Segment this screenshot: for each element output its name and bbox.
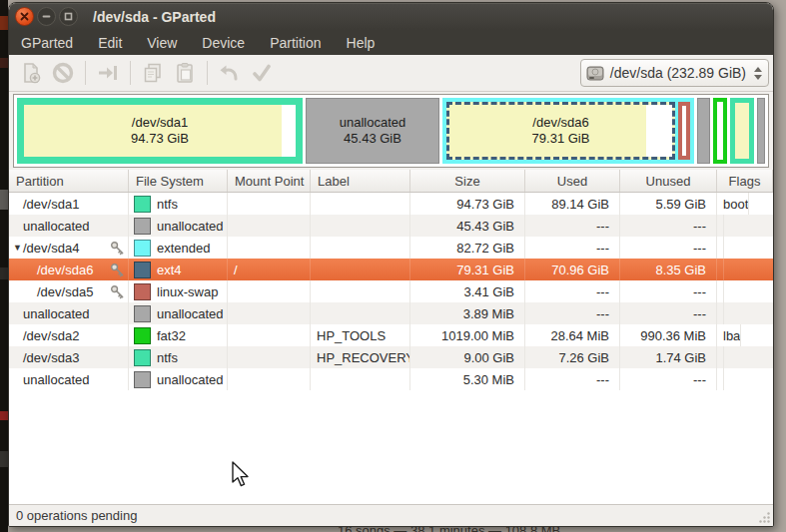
table-row-unallocated-5[interactable]: unallocatedunallocated3.89 MiB------ [9,302,773,324]
menu-view[interactable]: View [137,32,187,54]
disk-segment-unallocated-1[interactable]: unallocated 45.43 GiB [306,98,439,164]
cell-size: 3.89 MiB [410,302,525,324]
cell-filesystem: unallocated [129,302,228,324]
cell-label [311,259,410,280]
delete-icon [51,61,75,85]
cell-label [311,215,410,237]
disk-segment-unallocated-2[interactable] [697,98,710,164]
filesystem-color-swatch [134,349,151,366]
cell-label: HP_TOOLS [311,324,410,346]
disk-segment-sda1[interactable]: /dev/sda1 94.73 GiB [17,98,303,164]
cell-partition: unallocated [9,215,129,237]
filesystem-color-swatch [134,196,151,213]
cell-partition: ▼/dev/sda4 [9,237,129,259]
disk-segment-sda5[interactable] [678,102,690,160]
filesystem-color-swatch [134,240,151,257]
disk-segment-sda6-selected[interactable]: /dev/sda6 79.31 GiB [446,102,675,160]
partition-name: /dev/sda4 [23,241,79,256]
column-header-unused[interactable]: Unused [620,170,717,192]
toolbar-separator [207,61,208,85]
column-header-file-system[interactable]: File System [129,170,228,192]
close-button[interactable] [15,7,34,26]
cell-filesystem: ext4 [129,259,228,280]
cell-mount-point [228,346,311,368]
toolbar: /dev/sda (232.89 GiB) [9,55,773,92]
cell-used: --- [525,368,620,390]
table-row-sda2[interactable]: /dev/sda2fat32HP_TOOLS1019.00 MiB28.64 M… [9,324,773,346]
table-row-unallocated-1[interactable]: unallocatedunallocated45.43 GiB------ [9,215,773,237]
segment-label: /dev/sda6 79.31 GiB [449,105,672,157]
cell-used: --- [525,215,620,237]
filesystem-color-swatch [134,305,151,322]
filesystem-name: unallocated [157,306,224,321]
table-row-sda5[interactable]: /dev/sda5linux-swap3.41 GiB------ [9,280,773,302]
copy-icon [141,61,165,85]
minimize-button[interactable] [37,7,56,26]
table-row-sda6[interactable]: /dev/sda6ext4/79.31 GiB70.96 GiB8.35 GiB [9,259,773,280]
menu-edit[interactable]: Edit [88,32,132,54]
device-selector-spinner[interactable] [754,67,762,80]
cell-mount-point [228,324,311,346]
column-header-mount-point[interactable]: Mount Point [228,170,311,192]
disk-segment-sda2[interactable] [713,98,727,164]
column-header-size[interactable]: Size [410,170,525,192]
column-header-partition[interactable]: Partition [9,170,129,192]
disk-segment-sda4-extended[interactable]: /dev/sda6 79.31 GiB [442,98,694,164]
disk-visual-panel: /dev/sda1 94.73 GiB unallocated 45.43 Gi… [13,94,769,168]
cell-mount-point [228,280,311,302]
table-row-sda4[interactable]: ▼/dev/sda4extended82.72 GiB------ [9,237,773,259]
apply-button[interactable] [246,58,278,88]
close-icon [20,12,29,21]
title-bar[interactable]: /dev/sda - GParted [9,3,773,30]
disk-segment-unallocated-3[interactable] [757,98,765,164]
maximize-button[interactable] [59,7,78,26]
cell-size: 3.41 GiB [410,280,525,302]
mouse-cursor [231,461,251,489]
cell-label [311,280,410,302]
cell-unused: 1.74 GiB [620,346,717,368]
partition-name: /dev/sda3 [23,350,79,365]
cell-used: 7.26 GiB [525,346,620,368]
column-header-used[interactable]: Used [525,170,620,192]
undo-button[interactable] [214,58,246,88]
resize-move-button[interactable] [92,58,124,88]
cell-unused: 5.59 GiB [620,193,717,215]
cell-size: 5.30 MiB [410,368,525,390]
cell-flags [717,237,724,259]
cell-unused: 990.36 MiB [620,324,717,346]
status-text: 0 operations pending [16,508,137,523]
device-selector[interactable]: /dev/sda (232.89 GiB) [580,59,769,87]
table-row-sda1[interactable]: /dev/sda1ntfs94.73 GiB89.14 GiB5.59 GiBb… [9,193,773,215]
delete-partition-button[interactable] [47,58,79,88]
cell-flags: lba [717,324,741,346]
table-empty-area [9,390,773,504]
disk-visual-area: /dev/sda1 94.73 GiB unallocated 45.43 Gi… [9,92,773,170]
expander-icon[interactable]: ▼ [13,243,23,253]
menu-partition[interactable]: Partition [260,32,331,54]
menu-device[interactable]: Device [192,32,255,54]
column-header-flags[interactable]: Flags [717,170,773,192]
paste-button[interactable] [169,58,201,88]
cell-flags [717,346,724,368]
table-row-sda3[interactable]: /dev/sda3ntfsHP_RECOVERY9.00 GiB7.26 GiB… [9,346,773,368]
resize-grip[interactable] [757,510,771,524]
cell-used: 89.14 GiB [525,193,620,215]
table-row-unallocated-8[interactable]: unallocatedunallocated5.30 MiB------ [9,368,773,390]
copy-button[interactable] [137,58,169,88]
hard-disk-icon [586,66,604,81]
undo-icon [218,61,242,85]
menu-gparted[interactable]: GParted [11,32,83,54]
partition-name: /dev/sda2 [23,328,79,343]
new-partition-button[interactable] [15,58,47,88]
cell-unused: 8.35 GiB [620,259,717,280]
status-bar: 0 operations pending [9,504,773,526]
cell-used: 28.64 MiB [525,324,620,346]
disk-segment-sda3[interactable] [730,98,754,164]
partition-name: /dev/sda1 [23,197,79,212]
filesystem-color-swatch [134,371,151,388]
cell-flags [717,302,724,324]
menu-help[interactable]: Help [337,32,386,54]
filesystem-color-swatch [134,283,151,300]
paste-icon [173,61,197,85]
column-header-label[interactable]: Label [311,170,410,192]
